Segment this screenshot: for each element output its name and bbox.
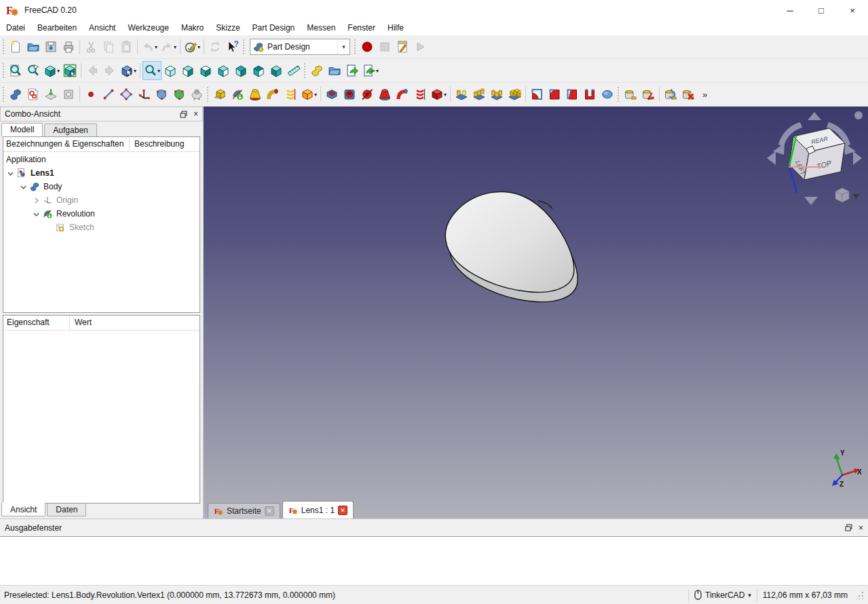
redo-button[interactable]: ▾ — [159, 37, 178, 56]
tree-row-application[interactable]: Applikation — [3, 153, 200, 166]
hole-button[interactable] — [341, 85, 358, 104]
toolbar-overflow-button[interactable]: » — [698, 90, 711, 100]
view-home-button[interactable] — [162, 61, 179, 80]
subtractive-helix-button[interactable] — [411, 85, 429, 104]
close-panel-icon[interactable]: × — [193, 109, 198, 119]
menu-item-messen[interactable]: Messen — [301, 20, 341, 35]
toolbar-grip[interactable] — [3, 63, 4, 78]
measure-distance-button[interactable] — [285, 61, 303, 80]
thickness-button[interactable] — [581, 85, 599, 104]
toolbar-grip[interactable] — [304, 63, 305, 78]
tree-expander-icon[interactable] — [32, 210, 41, 219]
sub-shape-binder-button[interactable] — [170, 85, 188, 104]
paste-button[interactable] — [117, 37, 135, 56]
new-file-button[interactable] — [7, 37, 24, 56]
tree-expander-icon[interactable] — [19, 183, 28, 191]
nav-menu-dropdown-icon[interactable] — [852, 194, 860, 199]
dropdown-arrow-icon[interactable]: ▾ — [134, 68, 136, 74]
macro-stop-button[interactable] — [376, 37, 394, 56]
nav-back-button[interactable] — [83, 61, 101, 80]
tab-modell[interactable]: Modell — [1, 123, 43, 136]
dropdown-arrow-icon[interactable]: ▾ — [314, 92, 317, 98]
float-panel-icon[interactable] — [180, 111, 187, 118]
box-selection-button[interactable] — [61, 61, 79, 80]
close-panel-icon[interactable]: × — [858, 523, 863, 533]
mirrored-button[interactable] — [453, 85, 470, 104]
toolbar-grip[interactable] — [243, 39, 244, 54]
draw-style-button[interactable]: ▾ — [119, 61, 138, 80]
polar-pattern-button[interactable] — [488, 85, 506, 104]
map-sketch-button[interactable] — [42, 85, 60, 104]
fillet-button[interactable] — [528, 85, 546, 104]
view-left-button[interactable] — [267, 61, 285, 80]
datum-line-button[interactable] — [100, 85, 117, 104]
cut-button[interactable] — [82, 37, 100, 56]
menu-item-hilfe[interactable]: Hilfe — [381, 20, 410, 35]
zoom-button[interactable]: ▾ — [143, 61, 162, 80]
toolbar-grip[interactable] — [354, 39, 356, 54]
linear-pattern-button[interactable] — [470, 85, 488, 104]
local-cs-button[interactable] — [135, 85, 153, 104]
nav-left-arrow-icon[interactable] — [767, 151, 776, 165]
additive-loft-button[interactable] — [246, 85, 264, 104]
groove-button[interactable] — [358, 85, 376, 104]
chamfer-button[interactable] — [546, 85, 563, 104]
measure-angular-button[interactable] — [639, 85, 657, 104]
tab-ansicht[interactable]: Ansicht — [1, 503, 45, 516]
tab-daten[interactable]: Daten — [47, 504, 86, 516]
copy-button[interactable] — [100, 37, 117, 56]
pocket-button[interactable] — [323, 85, 341, 104]
measure-refresh-button[interactable] — [662, 85, 679, 104]
nav-down-arrow-icon[interactable] — [804, 197, 818, 205]
dropdown-arrow-icon[interactable]: ▾ — [444, 92, 447, 98]
undo-button[interactable]: ▾ — [140, 37, 159, 56]
menu-item-bearbeiten[interactable]: Bearbeiten — [31, 20, 83, 35]
std-group-button[interactable] — [326, 61, 343, 80]
property-header[interactable]: Eigenschaft Wert — [3, 316, 200, 331]
print-button[interactable] — [60, 37, 77, 56]
menu-item-datei[interactable]: Datei — [0, 20, 31, 35]
document-tab-startseite[interactable]: FStartseite✕ — [208, 503, 280, 518]
tree-expander-icon[interactable] — [32, 196, 41, 205]
menu-item-makro[interactable]: Makro — [175, 20, 210, 35]
tree-expander-icon[interactable] — [6, 169, 15, 178]
measure-linear-button[interactable] — [622, 85, 639, 104]
validate-sketch-button[interactable] — [60, 85, 77, 104]
menu-item-werkzeuge[interactable]: Werkzeuge — [121, 20, 174, 35]
clone-button[interactable] — [188, 85, 206, 104]
revolution-button[interactable] — [229, 85, 246, 104]
view-right-button[interactable] — [214, 61, 232, 80]
nav-forward-button[interactable] — [101, 61, 119, 80]
draft-button[interactable] — [563, 85, 581, 104]
lens-dome[interactable] — [445, 191, 573, 292]
dropdown-arrow-icon[interactable]: ▾ — [57, 68, 60, 74]
datum-plane-button[interactable] — [117, 85, 135, 104]
combo-view-header[interactable]: Combo-Ansicht × — [0, 107, 203, 121]
tree-header[interactable]: Bezeichnungen & Eigenschaften Beschreibu… — [3, 137, 200, 152]
additive-helix-button[interactable] — [282, 85, 299, 104]
save-button[interactable] — [42, 37, 60, 56]
chevron-down-icon[interactable]: ▾ — [337, 39, 350, 54]
whats-this-button[interactable]: ? — [224, 37, 242, 56]
macro-play-button[interactable] — [411, 37, 429, 56]
create-sketch-button[interactable] — [24, 85, 42, 104]
output-window-header[interactable]: Ausgabefenster × — [0, 519, 868, 536]
workbench-selector[interactable]: Part Design▾ — [250, 39, 350, 55]
lens-3d-object[interactable] — [428, 183, 597, 322]
3d-viewport[interactable]: REAR LEFT TOP — [204, 107, 868, 518]
refresh-button[interactable] — [206, 37, 224, 56]
resize-grip[interactable] — [856, 591, 864, 599]
dropdown-arrow-icon[interactable]: ▾ — [174, 44, 176, 50]
fit-all-button[interactable] — [7, 61, 24, 80]
tree-item-sketch[interactable]: Sketch — [3, 221, 200, 234]
tree-item-body[interactable]: Body — [3, 180, 200, 193]
macro-edit-button[interactable] — [394, 37, 411, 56]
toolbar-grip[interactable] — [618, 87, 619, 102]
tree-item-origin[interactable]: Origin — [3, 193, 200, 207]
pad-button[interactable] — [211, 85, 229, 104]
multi-transform-button[interactable] — [506, 85, 523, 104]
make-sub-link-button[interactable]: ▾ — [361, 61, 380, 80]
menu-item-skizze[interactable]: Skizze — [210, 20, 246, 35]
close-tab-icon[interactable]: ✕ — [338, 506, 347, 515]
view-axonometric-button[interactable]: ▾ — [42, 61, 61, 80]
